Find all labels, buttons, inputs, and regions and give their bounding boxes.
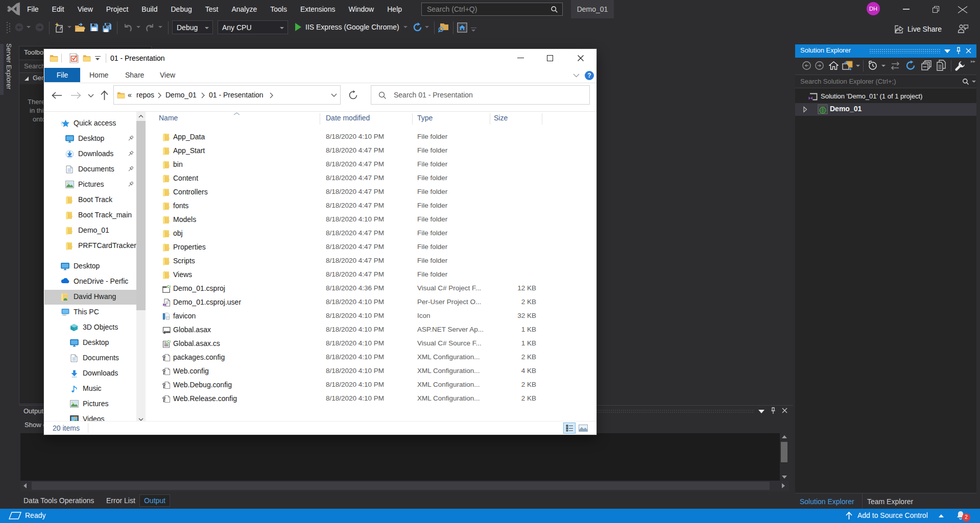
svg-text:C#: C# [167, 340, 171, 343]
svg-text:C#: C# [167, 285, 171, 288]
